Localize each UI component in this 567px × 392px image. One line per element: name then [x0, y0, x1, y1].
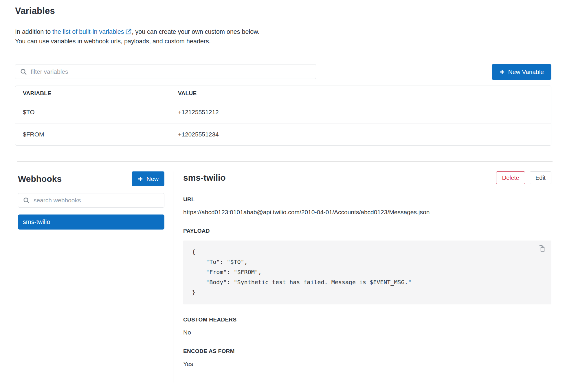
- custom-headers-value: No: [183, 329, 551, 336]
- filter-variables-input[interactable]: [31, 68, 312, 75]
- encode-as-form-label: ENCODE AS FORM: [183, 348, 551, 354]
- webhook-detail-panel: sms-twilio Delete Edit URL https://abcd0…: [173, 171, 551, 382]
- copy-button[interactable]: [537, 244, 547, 254]
- webhook-list-item-sms-twilio[interactable]: sms-twilio: [18, 215, 164, 230]
- edit-button[interactable]: Edit: [530, 171, 551, 184]
- webhooks-list-panel: Webhooks New sms-twilio: [18, 171, 164, 382]
- plus-icon: [137, 176, 143, 182]
- detail-actions: Delete Edit: [496, 171, 551, 184]
- url-label: URL: [183, 196, 551, 203]
- search-webhooks-input[interactable]: [34, 197, 160, 204]
- table-row: $TO +12125551212: [15, 101, 551, 123]
- webhooks-section: Webhooks New sms-twilio sms-twilio Delet…: [15, 171, 551, 382]
- intro-suffix: , you can create your own custom ones be…: [132, 28, 259, 35]
- payload-code: { "To": "$TO", "From": "$FROM", "Body": …: [192, 247, 543, 297]
- new-webhook-button[interactable]: New: [132, 171, 164, 186]
- payload-code-block: { "To": "$TO", "From": "$FROM", "Body": …: [183, 241, 551, 304]
- payload-label: PAYLOAD: [183, 228, 551, 234]
- custom-headers-label: CUSTOM HEADERS: [183, 317, 551, 323]
- delete-button[interactable]: Delete: [496, 171, 525, 184]
- webhooks-title: Webhooks: [18, 174, 62, 184]
- variable-value-cell: +12025551234: [170, 123, 551, 145]
- filter-variables-box: [15, 64, 316, 79]
- table-row: $FROM +12025551234: [15, 123, 551, 145]
- intro-prefix: In addition to: [15, 28, 52, 35]
- search-webhooks-box: [18, 193, 164, 208]
- builtin-variables-link[interactable]: the list of built-in variables: [52, 28, 132, 35]
- section-divider: [17, 161, 553, 162]
- column-header-variable: VARIABLE: [15, 86, 170, 101]
- variable-name-cell: $TO: [15, 101, 170, 123]
- encode-as-form-value: Yes: [183, 360, 551, 367]
- variables-toolbar: New Variable: [15, 64, 551, 80]
- external-link-icon: [125, 28, 132, 35]
- variables-table: VARIABLE VALUE $TO +12125551212 $FROM +1…: [15, 86, 551, 146]
- intro-text: In addition to the list of built-in vari…: [15, 27, 551, 46]
- copy-icon: [537, 244, 546, 253]
- variable-name-cell: $FROM: [15, 123, 170, 145]
- webhooks-list-header: Webhooks New: [18, 171, 164, 186]
- search-icon: [23, 197, 30, 204]
- url-value: https://abcd0123:0101abab@api.twilio.com…: [183, 209, 551, 216]
- plus-icon: [499, 69, 505, 75]
- search-icon: [20, 68, 27, 75]
- column-header-value: VALUE: [170, 86, 551, 101]
- webhook-detail-title: sms-twilio: [183, 173, 226, 183]
- variable-value-cell: +12125551212: [170, 101, 551, 123]
- webhooks-settings-page: Variables In addition to the list of bui…: [0, 0, 567, 382]
- variables-table-header: VARIABLE VALUE: [15, 86, 551, 101]
- intro-line2: You can use variables in webhook urls, p…: [15, 38, 211, 45]
- page-title: Variables: [15, 6, 551, 16]
- new-variable-button[interactable]: New Variable: [492, 64, 551, 80]
- webhook-detail-header: sms-twilio Delete Edit: [183, 171, 551, 184]
